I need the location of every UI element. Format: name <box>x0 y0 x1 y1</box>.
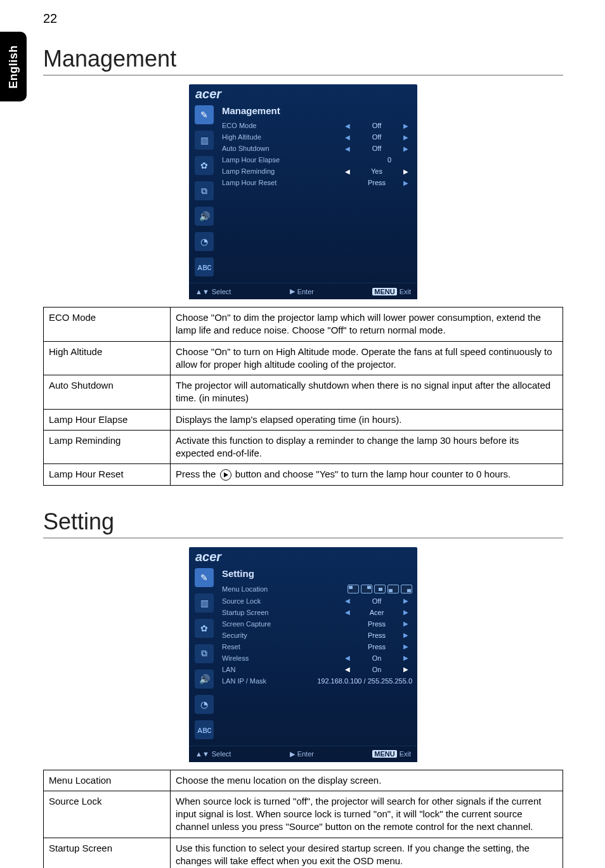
right-arrow-icon: ▶ <box>400 134 412 141</box>
right-arrow-icon: ▶ <box>400 168 412 175</box>
osd-tab-icon: ✎ <box>195 105 214 124</box>
osd-row-label: Lamp Hour Elapse <box>222 156 357 164</box>
language-tab: English <box>0 32 27 101</box>
table-row: Menu LocationChoose the menu location on… <box>44 770 563 791</box>
osd-row: Source Lock◀Off▶ <box>221 595 413 607</box>
osd-row-label: ECO Mode <box>222 122 341 129</box>
table-desc: Choose the menu location on the display … <box>171 770 563 791</box>
table-label: Lamp Reminding <box>44 430 171 464</box>
osd-main: Setting Menu LocationSource Lock◀Off▶Sta… <box>219 564 417 746</box>
osd-body: ✎ ▥ ✿ ⧉ 🔊 ◔ ᴀʙc Setting Menu LocationSou… <box>189 564 417 746</box>
table-label: ECO Mode <box>44 308 171 342</box>
table-row: Source LockWhen source lock is turned "o… <box>44 791 563 838</box>
menu-location-icon <box>361 585 372 593</box>
table-desc: Press the button and choose "Yes" to tur… <box>171 464 563 485</box>
osd-row-label: High Altitude <box>222 133 341 141</box>
osd-row: Lamp Hour Reset Press▶ <box>221 177 413 188</box>
table-row: High AltitudeChoose "On" to turn on High… <box>44 341 563 375</box>
osd-row: Menu Location <box>221 583 413 595</box>
setting-heading: Setting <box>43 508 563 538</box>
setting-osd-wrap: acer ✎ ▥ ✿ ⧉ 🔊 ◔ ᴀʙc Setting Menu Locati… <box>43 547 563 762</box>
table-desc: Use this function to select your desired… <box>171 838 563 868</box>
osd-tab-icon: ▥ <box>195 593 214 612</box>
osd-row: Lamp Reminding◀Yes▶ <box>221 165 413 177</box>
osd-row: Startup Screen◀Acer▶ <box>221 607 413 618</box>
left-arrow-icon: ◀ <box>341 145 354 152</box>
osd-row: Reset Press▶ <box>221 641 413 652</box>
setting-heading-wrap: Setting <box>43 508 563 538</box>
left-arrow-icon: ◀ <box>341 609 354 616</box>
osd-row-label: LAN IP / Mask <box>222 677 308 685</box>
osd-title: Management <box>221 103 413 120</box>
osd-row-value: Press <box>354 620 400 628</box>
osd-row: LAN◀On▶ <box>221 664 413 675</box>
table-row: Lamp RemindingActivate this function to … <box>44 430 563 464</box>
osd-foot-enter: ▶ Enter <box>290 750 314 758</box>
table-row: Lamp Hour ResetPress the button and choo… <box>44 464 563 485</box>
osd-footer: ▲▼ Select ▶ Enter MENU Exit <box>189 283 417 299</box>
table-label: Lamp Hour Elapse <box>44 409 171 430</box>
osd-foot-select: ▲▼ Select <box>195 287 231 295</box>
page-number: 22 <box>43 11 57 26</box>
osd-row-value: Off <box>354 145 400 152</box>
right-arrow-icon: ▶ <box>400 654 412 661</box>
osd-brand: acer <box>189 547 417 564</box>
osd-foot-enter: ▶ Enter <box>290 287 314 295</box>
osd-row-label: LAN <box>222 666 341 673</box>
table-row: Lamp Hour ElapseDisplays the lamp's elap… <box>44 409 563 430</box>
osd-row-label: Lamp Reminding <box>222 167 341 175</box>
management-osd: acer ✎ ▥ ✿ ⧉ 🔊 ◔ ᴀʙc Management ECO Mode… <box>189 84 417 299</box>
osd-footer: ▲▼ Select ▶ Enter MENU Exit <box>189 746 417 762</box>
osd-row: Screen Capture Press▶ <box>221 618 413 630</box>
left-arrow-icon: ◀ <box>341 168 354 175</box>
menu-location-icon <box>387 585 399 593</box>
osd-main: Management ECO Mode◀Off▶High Altitude◀Of… <box>219 101 417 283</box>
osd-row: Security Press▶ <box>221 630 413 641</box>
osd-row-label: Lamp Hour Reset <box>222 179 344 186</box>
menu-location-icon <box>348 585 359 593</box>
right-arrow-icon: ▶ <box>400 609 412 616</box>
osd-row-label: Source Lock <box>222 597 341 605</box>
table-label: Startup Screen <box>44 838 171 868</box>
page-content: Management acer ✎ ▥ ✿ ⧉ 🔊 ◔ ᴀʙc Manageme… <box>43 46 563 868</box>
osd-tab-icon: ᴀʙc <box>195 720 214 739</box>
osd-row-label: Wireless <box>222 654 341 662</box>
osd-tab-icon: 🔊 <box>195 670 214 689</box>
menu-location-icon <box>401 585 412 593</box>
left-arrow-icon: ◀ <box>341 122 354 129</box>
osd-row-label: Startup Screen <box>222 609 341 616</box>
management-heading: Management <box>43 46 563 75</box>
osd-row-label: Auto Shutdown <box>222 145 341 152</box>
table-desc: Choose "On" to dim the projector lamp wh… <box>171 308 563 342</box>
table-row: ECO ModeChoose "On" to dim the projector… <box>44 308 563 342</box>
osd-tab-icon: ◔ <box>195 695 214 714</box>
osd-row-value: Press <box>354 632 400 639</box>
osd-row: LAN IP / Mask 192.168.0.100 / 255.255.25… <box>221 675 413 687</box>
table-desc: Choose "On" to turn on High Altitude mod… <box>171 341 563 375</box>
left-arrow-icon: ◀ <box>341 654 354 661</box>
osd-row-value: Yes <box>354 167 400 175</box>
play-right-icon <box>220 469 231 481</box>
right-arrow-icon: ▶ <box>400 632 412 638</box>
table-desc: When source lock is turned "off", the pr… <box>171 791 563 838</box>
osd-row: Wireless◀On▶ <box>221 652 413 664</box>
osd-foot-exit: MENU Exit <box>372 750 411 758</box>
setting-osd: acer ✎ ▥ ✿ ⧉ 🔊 ◔ ᴀʙc Setting Menu Locati… <box>189 547 417 762</box>
osd-foot-select: ▲▼ Select <box>195 750 231 758</box>
right-arrow-icon: ▶ <box>400 643 412 650</box>
osd-tab-icon: ᴀʙc <box>195 257 214 276</box>
osd-row-value: Press <box>354 179 400 186</box>
osd-title: Setting <box>221 566 413 583</box>
osd-tab-icon: ✿ <box>195 619 214 638</box>
right-arrow-icon: ▶ <box>400 666 412 673</box>
table-desc: The projector will automatically shutdow… <box>171 375 563 410</box>
osd-icon-column: ✎ ▥ ✿ ⧉ 🔊 ◔ ᴀʙc <box>189 564 219 746</box>
right-arrow-icon: ▶ <box>400 597 412 604</box>
table-row: Startup ScreenUse this function to selec… <box>44 838 563 868</box>
osd-row-value: 0 <box>367 156 412 164</box>
right-arrow-icon: ▶ <box>400 620 412 627</box>
osd-row-label: Security <box>222 632 344 639</box>
osd-row: High Altitude◀Off▶ <box>221 131 413 143</box>
setting-table: Menu LocationChoose the menu location on… <box>43 770 563 869</box>
management-osd-wrap: acer ✎ ▥ ✿ ⧉ 🔊 ◔ ᴀʙc Management ECO Mode… <box>43 84 563 299</box>
